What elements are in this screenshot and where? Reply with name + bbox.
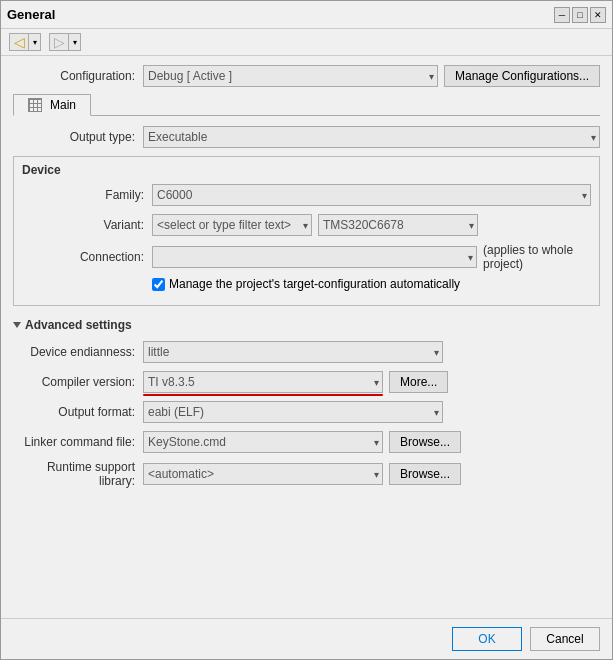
tab-bar: Main [13, 94, 600, 116]
output-type-label: Output type: [13, 130, 143, 144]
toolbar: ◁ ▾ ▷ ▾ [1, 29, 612, 56]
endianness-label: Device endianness: [13, 345, 143, 359]
close-button[interactable]: ✕ [590, 7, 606, 23]
family-label: Family: [22, 188, 152, 202]
variant-row: Variant: <select or type filter text> TM… [22, 213, 591, 237]
runtime-control: <automatic> Browse... [143, 463, 600, 485]
linker-label: Linker command file: [13, 435, 143, 449]
output-type-control: Executable [143, 126, 600, 148]
browse-button-2[interactable]: Browse... [389, 463, 461, 485]
main-window: General ─ □ ✕ ◁ ▾ ▷ ▾ Configuration: [0, 0, 613, 660]
runtime-select[interactable]: <automatic> [143, 463, 383, 485]
config-label: Configuration: [13, 69, 143, 83]
runtime-dropdown-wrapper: <automatic> [143, 463, 383, 485]
auto-config-checkbox[interactable] [152, 278, 165, 291]
config-select[interactable]: Debug [ Active ] [143, 65, 438, 87]
variant-dropdown-wrapper: <select or type filter text> [152, 214, 312, 236]
tab-main[interactable]: Main [13, 94, 91, 116]
advanced-section: Advanced settings Device endianness: lit… [13, 318, 600, 494]
family-row: Family: C6000 [22, 183, 591, 207]
output-type-row: Output type: Executable [13, 126, 600, 148]
forward-button[interactable]: ▷ [49, 33, 69, 51]
output-format-dropdown-wrapper: eabi (ELF) [143, 401, 443, 423]
compiler-label: Compiler version: [13, 375, 143, 389]
title-bar: General ─ □ ✕ [1, 1, 612, 29]
window-controls: ─ □ ✕ [554, 7, 606, 23]
connection-control: (applies to whole project) [152, 243, 591, 271]
browse-button-1[interactable]: Browse... [389, 431, 461, 453]
connection-dropdown-wrapper [152, 246, 477, 268]
content-area: Configuration: Debug [ Active ] Manage C… [1, 56, 612, 618]
window-title: General [7, 7, 554, 22]
linker-dropdown-wrapper: KeyStone.cmd [143, 431, 383, 453]
back-nav: ◁ ▾ [9, 33, 41, 51]
back-button[interactable]: ◁ [9, 33, 29, 51]
runtime-row: Runtime support library: <automatic> Bro… [13, 460, 600, 488]
output-format-control: eabi (ELF) [143, 401, 600, 423]
config-dropdown-wrapper: Debug [ Active ] [143, 65, 438, 87]
minimize-button[interactable]: ─ [554, 7, 570, 23]
family-select[interactable]: C6000 [152, 184, 591, 206]
endianness-select[interactable]: little [143, 341, 443, 363]
variant-control: <select or type filter text> TMS320C6678 [152, 214, 591, 236]
output-type-select[interactable]: Executable [143, 126, 600, 148]
endianness-control: little [143, 341, 600, 363]
ok-button[interactable]: OK [452, 627, 522, 651]
dialog-footer: OK Cancel [1, 618, 612, 659]
compiler-row: Compiler version: TI v8.3.5 More... [13, 370, 600, 394]
linker-row: Linker command file: KeyStone.cmd Browse… [13, 430, 600, 454]
compiler-dropdown-wrapper: TI v8.3.5 [143, 371, 383, 393]
checkbox-row: Manage the project's target-configuratio… [152, 277, 591, 291]
cancel-button[interactable]: Cancel [530, 627, 600, 651]
auto-config-label: Manage the project's target-configuratio… [169, 277, 460, 291]
tms-dropdown-wrapper: TMS320C6678 [318, 214, 478, 236]
title-text: General [7, 7, 55, 22]
device-section-title: Device [22, 163, 591, 177]
more-button[interactable]: More... [389, 371, 448, 393]
config-controls: Debug [ Active ] Manage Configurations..… [143, 65, 600, 87]
linker-control: KeyStone.cmd Browse... [143, 431, 600, 453]
advanced-title[interactable]: Advanced settings [13, 318, 600, 332]
family-dropdown-wrapper: C6000 [152, 184, 591, 206]
forward-nav: ▷ ▾ [49, 33, 81, 51]
tms-select[interactable]: TMS320C6678 [318, 214, 478, 236]
compiler-select[interactable]: TI v8.3.5 [143, 371, 383, 393]
variant-label: Variant: [22, 218, 152, 232]
forward-dropdown[interactable]: ▾ [69, 33, 81, 51]
manage-configurations-button[interactable]: Manage Configurations... [444, 65, 600, 87]
output-type-dropdown-wrapper: Executable [143, 126, 600, 148]
output-format-label: Output format: [13, 405, 143, 419]
configuration-row: Configuration: Debug [ Active ] Manage C… [13, 64, 600, 88]
endianness-row: Device endianness: little [13, 340, 600, 364]
variant-select[interactable]: <select or type filter text> [152, 214, 312, 236]
output-format-row: Output format: eabi (ELF) [13, 400, 600, 424]
maximize-button[interactable]: □ [572, 7, 588, 23]
tab-main-label: Main [50, 98, 76, 112]
connection-select[interactable] [152, 246, 477, 268]
compiler-control: TI v8.3.5 More... [143, 371, 600, 393]
tab-grid-icon [28, 98, 42, 112]
endianness-dropdown-wrapper: little [143, 341, 443, 363]
connection-label: Connection: [22, 250, 152, 264]
compiler-underline [143, 394, 383, 396]
advanced-title-text: Advanced settings [25, 318, 132, 332]
connection-row: Connection: (applies to whole project) [22, 243, 591, 271]
runtime-label: Runtime support library: [13, 460, 143, 488]
linker-select[interactable]: KeyStone.cmd [143, 431, 383, 453]
back-dropdown[interactable]: ▾ [29, 33, 41, 51]
output-format-select[interactable]: eabi (ELF) [143, 401, 443, 423]
advanced-toggle-icon [13, 322, 21, 328]
applies-text: (applies to whole project) [483, 243, 591, 271]
device-section: Device Family: C6000 Variant: [13, 156, 600, 306]
family-control: C6000 [152, 184, 591, 206]
